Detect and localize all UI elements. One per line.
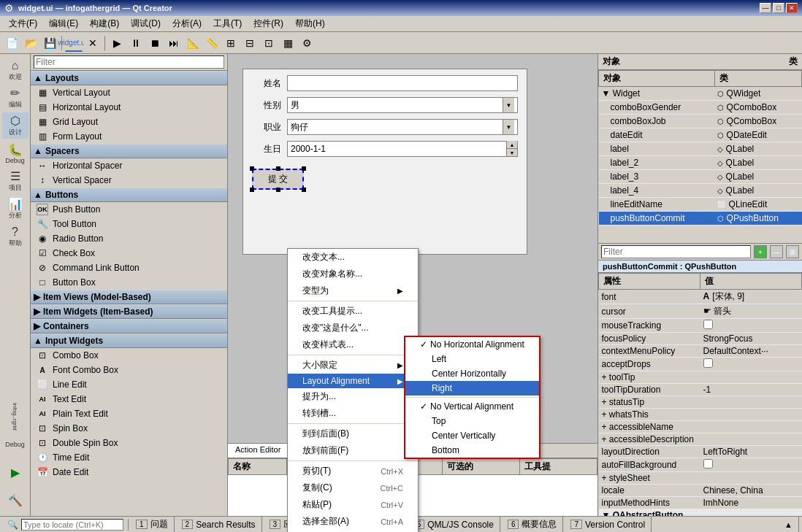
prop-row[interactable]: cursor ☛ 箭头 (599, 304, 802, 319)
side-icon-edit[interactable]: ✏ 编辑 (2, 85, 28, 111)
toolbar-btn5[interactable]: 📐 (184, 34, 202, 52)
prop-row[interactable]: focusPolicy StrongFocus (599, 333, 802, 345)
side-icon-projects[interactable]: ☰ 项目 (2, 168, 28, 194)
palette-group-containers[interactable]: ▶ Containers (31, 319, 227, 334)
toolbar-btn11[interactable]: ⚙ (298, 34, 316, 52)
prop-row[interactable]: + statusTip (599, 396, 802, 409)
prop-row[interactable]: layoutDirection LeftToRight (599, 446, 802, 458)
palette-item-grid-layout[interactable]: ▦ Grid Layout (31, 115, 227, 129)
toolbar-widget-tab[interactable]: widget.ui* (65, 34, 83, 52)
ctx-change-name[interactable]: 改变对象名称... (288, 266, 418, 282)
object-tree[interactable]: 对象 类 ▼ Widget ⬡ QWidget comboBoxGender ⬡… (598, 70, 802, 243)
menu-debug[interactable]: 调试(D) (125, 16, 167, 31)
sub-no-v-align[interactable]: ✓No Vertical Alignment (405, 399, 539, 414)
locate-input[interactable] (21, 519, 123, 531)
prop-scroll[interactable]: 属性 值 font A[宋体, 9] cursor ☛ 箭头 (598, 273, 802, 516)
ctx-cut[interactable]: 剪切(T) Ctrl+X (288, 463, 418, 479)
menu-analyze[interactable]: 分析(A) (167, 16, 207, 31)
palette-group-layouts[interactable]: ▲ Layouts (31, 71, 227, 85)
ctx-change-text[interactable]: 改变文本... (288, 249, 418, 266)
ctx-goto-slot[interactable]: 转到槽... (288, 405, 418, 422)
prop-row[interactable]: + styleSheet (599, 472, 802, 485)
prop-row[interactable]: autoFillBackground (599, 458, 802, 472)
toolbar-btn9[interactable]: ⊡ (260, 34, 278, 52)
side-icon-debug2[interactable]: Debug (2, 431, 28, 458)
palette-item-time-edit[interactable]: 🕐 Time Edit (31, 450, 227, 465)
ctx-morph[interactable]: 变型为 ▶ (288, 282, 418, 299)
toolbar-btn3[interactable]: ⏹ (146, 34, 164, 52)
table-row[interactable]: label ◇ QLabel (599, 142, 802, 156)
ctx-bring-front[interactable]: 放到前面(F) (288, 442, 418, 459)
palette-group-item-views[interactable]: ▶ Item Views (Model-Based) (31, 290, 227, 304)
table-row[interactable]: ▼ Widget ⬡ QWidget (599, 87, 802, 101)
palette-item-push-button[interactable]: OK Push Button (31, 202, 227, 217)
sub-right[interactable]: Right (405, 381, 539, 396)
prop-filter-input[interactable] (601, 245, 751, 258)
prop-group-row[interactable]: ▼ QAbstractButton (599, 509, 802, 517)
side-icon-infogathergrid[interactable]: infog..rgrid (2, 404, 28, 430)
palette-item-check-box[interactable]: ☑ Check Box (31, 246, 227, 261)
status-item-version-control[interactable]: 7 Version Control (565, 517, 652, 532)
palette-item-text-edit[interactable]: AI Text Edit (31, 392, 227, 406)
prop-row[interactable]: inputMethodHints ImhNone (599, 497, 802, 509)
toolbar-btn7[interactable]: ⊞ (222, 34, 240, 52)
sub-center-h[interactable]: Center Horizontally (405, 366, 539, 381)
palette-item-h-spacer[interactable]: ↔ Horizontal Spacer (31, 158, 227, 173)
palette-item-v-spacer[interactable]: ↕ Vertical Spacer (31, 173, 227, 188)
table-row[interactable]: dateEdit ⬡ QDateEdit (599, 128, 802, 142)
table-row-selected[interactable]: pushButtonCommit ⬡ QPushButton (599, 212, 802, 225)
side-icon-help[interactable]: ? 帮助 (2, 223, 28, 250)
prop-add-button[interactable]: + (754, 245, 767, 258)
prop-settings-button[interactable]: ⊞ (786, 245, 799, 258)
side-icon-analyze[interactable]: 📊 分析 (2, 196, 28, 222)
side-icon-debug[interactable]: 🐛 Debug (2, 140, 28, 166)
toolbar-btn2[interactable]: ⏸ (127, 34, 145, 52)
spin-down[interactable]: ▼ (507, 149, 517, 157)
name-input[interactable] (287, 75, 518, 91)
prop-row[interactable]: + toolTip (599, 371, 802, 384)
toolbar-btn8[interactable]: ⊟ (241, 34, 259, 52)
palette-item-plain-text-edit[interactable]: AI Plain Text Edit (31, 406, 227, 421)
prop-remove-button[interactable]: — (770, 245, 783, 258)
palette-group-input-widgets[interactable]: ▲ Input Widgets (31, 334, 227, 348)
table-row[interactable]: comboBoxGender ⬡ QComboBox (599, 101, 802, 115)
sub-top[interactable]: Top (405, 414, 539, 428)
menu-controls[interactable]: 控件(R) (248, 16, 289, 31)
prop-row[interactable]: font A[宋体, 9] (599, 290, 802, 304)
prop-row[interactable]: toolTipDuration -1 (599, 384, 802, 396)
prop-row[interactable]: + accessibleName (599, 421, 802, 433)
prop-row[interactable]: acceptDrops (599, 358, 802, 371)
table-row[interactable]: label_2 ◇ QLabel (599, 156, 802, 170)
palette-group-item-widgets[interactable]: ▶ Item Widgets (Item-Based) (31, 304, 227, 319)
status-item-search[interactable]: 2 Search Results (176, 517, 262, 532)
menu-tools[interactable]: 工具(T) (207, 16, 248, 31)
palette-item-spin-box[interactable]: ⊡ Spin Box (31, 421, 227, 436)
job-combo[interactable]: 狗仔 ▼ (287, 119, 518, 135)
birthday-spin[interactable]: 2000-1-1 ▲ ▼ (287, 141, 518, 157)
table-row[interactable]: label_4 ◇ QLabel (599, 184, 802, 198)
palette-item-command-link[interactable]: ⊘ Command Link Button (31, 261, 227, 275)
toolbar-close-tab[interactable]: ✕ (84, 34, 102, 52)
minimize-button[interactable]: — (760, 3, 771, 13)
palette-group-spacers[interactable]: ▲ Spacers (31, 144, 227, 158)
menu-build[interactable]: 构建(B) (84, 16, 125, 31)
submit-button[interactable]: 提 交 (252, 169, 304, 190)
palette-item-date-edit[interactable]: 📅 Date Edit (31, 465, 227, 479)
side-icon-welcome[interactable]: ⌂ 欢迎 (2, 57, 28, 83)
table-row[interactable]: label_3 ◇ QLabel (599, 170, 802, 184)
prop-row[interactable]: + accessibleDescription (599, 433, 802, 446)
palette-scroll[interactable]: ▲ Layouts ▦ Vertical Layout ▤ Horizontal… (31, 71, 227, 516)
palette-item-vertical-layout[interactable]: ▦ Vertical Layout (31, 85, 227, 100)
side-icon-build[interactable]: 🔨 (2, 487, 28, 513)
ctx-send-back[interactable]: 到到后面(B) (288, 425, 418, 442)
palette-item-tool-button[interactable]: 🔧 Tool Button (31, 217, 227, 231)
status-item-problems[interactable]: 1 问题 (130, 517, 175, 532)
sub-center-v[interactable]: Center Vertically (405, 428, 539, 443)
toolbar-btn4[interactable]: ⏭ (165, 34, 183, 52)
palette-item-form-layout[interactable]: ▥ Form Layout (31, 129, 227, 144)
toolbar-btn10[interactable]: ▦ (279, 34, 297, 52)
gender-combo-arrow[interactable]: ▼ (503, 98, 514, 112)
palette-item-radio-button[interactable]: ◉ Radio Button (31, 231, 227, 246)
ctx-size-limit[interactable]: 大小限定 ▶ (288, 357, 418, 374)
palette-item-horizontal-layout[interactable]: ▤ Horizontal Layout (31, 100, 227, 115)
